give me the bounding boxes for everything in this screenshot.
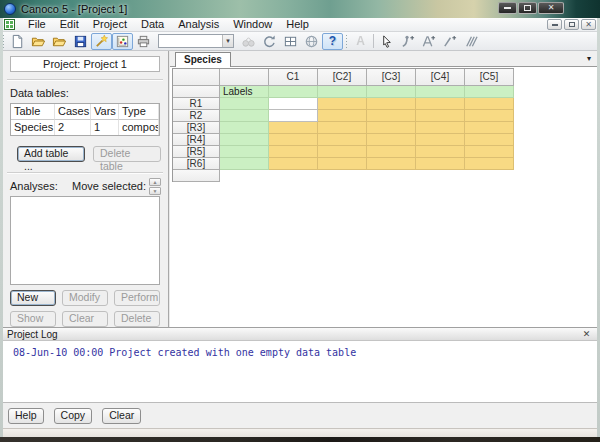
grid-labels-cell[interactable]: Labels <box>220 86 269 98</box>
new-analysis-wizard-icon[interactable] <box>91 33 112 50</box>
data-tables-header-table[interactable]: Table <box>11 104 55 120</box>
find-icon[interactable] <box>238 33 259 50</box>
tab-species[interactable]: Species <box>175 52 231 67</box>
grid-cell[interactable] <box>318 110 367 122</box>
grid-cell[interactable] <box>465 146 514 158</box>
data-tables-cell-table[interactable]: Species <box>11 120 55 135</box>
spinner-down-icon[interactable]: ▼ <box>149 187 161 195</box>
grid-cell[interactable] <box>318 98 367 110</box>
grid-cell[interactable] <box>269 158 318 170</box>
select-arrow-icon[interactable] <box>376 33 397 50</box>
grid-row-header-r4[interactable]: [R4] <box>173 134 220 146</box>
add-symbol-icon[interactable] <box>397 33 418 50</box>
grid-cell[interactable] <box>269 122 318 134</box>
window-layout-icon[interactable] <box>280 33 301 50</box>
grid-label-cell[interactable] <box>220 110 269 122</box>
data-tables-cell-vars[interactable]: 1 <box>91 120 119 135</box>
project-table-icon[interactable] <box>4 19 15 30</box>
grid-row-header-r3[interactable]: [R3] <box>173 122 220 134</box>
grid-cell[interactable] <box>318 146 367 158</box>
grid-cell[interactable] <box>367 122 416 134</box>
mdi-close-icon[interactable]: ✕ <box>581 19 596 30</box>
grid-corner-cell[interactable] <box>173 69 220 86</box>
combobox-dropdown-icon[interactable]: ▾ <box>222 35 233 47</box>
grid-cell[interactable] <box>416 122 465 134</box>
add-hatching-icon[interactable] <box>460 33 481 50</box>
print-icon[interactable] <box>133 33 154 50</box>
data-tables-header-vars[interactable]: Vars <box>91 104 119 120</box>
grid-cell[interactable] <box>416 158 465 170</box>
minimize-icon[interactable] <box>498 2 517 14</box>
tab-list-dropdown-icon[interactable]: ▾ <box>587 54 591 64</box>
close-icon[interactable]: ✕ <box>538 2 564 14</box>
log-close-icon[interactable]: ✕ <box>580 329 593 340</box>
new-button[interactable]: New ... <box>10 290 56 306</box>
grid-label-cell[interactable] <box>220 122 269 134</box>
data-tables-cell-type[interactable]: compos. <box>119 120 159 135</box>
perform-button[interactable]: Perform <box>114 290 160 306</box>
analyses-list[interactable] <box>10 196 160 285</box>
grid-cell[interactable] <box>318 134 367 146</box>
grid-cell[interactable] <box>367 146 416 158</box>
grid-cell[interactable] <box>269 98 318 110</box>
refresh-icon[interactable] <box>259 33 280 50</box>
open-project-icon[interactable] <box>28 33 49 50</box>
globe-icon[interactable] <box>301 33 322 50</box>
toolbar-grip[interactable] <box>345 34 348 48</box>
new-project-icon[interactable] <box>7 33 28 50</box>
grid-row-header-stub[interactable] <box>173 170 220 182</box>
grid-cell[interactable] <box>465 134 514 146</box>
mdi-minimize-icon[interactable] <box>547 19 562 30</box>
grid-cell[interactable] <box>367 86 416 98</box>
show-button[interactable]: Show <box>10 311 56 327</box>
grid-column-header-c5[interactable]: [C5] <box>465 69 514 86</box>
graph-options-icon[interactable] <box>112 33 133 50</box>
grid-cell[interactable] <box>465 158 514 170</box>
grid-cell[interactable] <box>416 110 465 122</box>
menu-item-project[interactable]: Project <box>86 18 134 31</box>
grid-column-header-c3[interactable]: [C3] <box>367 69 416 86</box>
grid-column-header-c2[interactable]: [C2] <box>318 69 367 86</box>
clear-button[interactable]: Clear <box>62 311 108 327</box>
delete-table-button[interactable]: Delete table <box>93 146 161 162</box>
grid-cell[interactable] <box>416 146 465 158</box>
grid-label-cell[interactable] <box>220 134 269 146</box>
grid-row-header-r2[interactable]: R2 <box>173 110 220 122</box>
add-text-icon[interactable] <box>418 33 439 50</box>
modify-button[interactable]: Modify ... <box>62 290 108 306</box>
data-tables-header-cases[interactable]: Cases <box>55 104 91 120</box>
menu-item-file[interactable]: File <box>21 18 53 31</box>
grid-column-header-c1[interactable]: C1 <box>269 69 318 86</box>
delete-button[interactable]: Delete <box>114 311 160 327</box>
mdi-restore-icon[interactable] <box>564 19 579 30</box>
menu-item-help[interactable]: Help <box>279 18 316 31</box>
grid-cell[interactable] <box>367 110 416 122</box>
help-icon[interactable]: ? <box>322 33 343 50</box>
grid-row-header[interactable] <box>173 86 220 98</box>
grid-cell[interactable] <box>465 122 514 134</box>
help-button[interactable]: Help <box>8 408 44 424</box>
grid-cell[interactable] <box>465 110 514 122</box>
text-style-icon[interactable]: A <box>350 33 371 50</box>
menu-item-window[interactable]: Window <box>226 18 279 31</box>
grid-cell[interactable] <box>269 86 318 98</box>
add-table-button[interactable]: Add table ... <box>17 146 85 162</box>
grid-cell[interactable] <box>367 98 416 110</box>
grid-cell[interactable] <box>367 134 416 146</box>
grid-label-cell[interactable] <box>220 146 269 158</box>
grid-row-header-r1[interactable]: R1 <box>173 98 220 110</box>
grid-cell[interactable] <box>318 158 367 170</box>
grid-cell[interactable] <box>416 134 465 146</box>
grid-cell[interactable] <box>416 98 465 110</box>
clear-button[interactable]: Clear <box>102 408 141 424</box>
menu-item-analysis[interactable]: Analysis <box>171 18 226 31</box>
grid-cell[interactable] <box>416 86 465 98</box>
data-tables-header-type[interactable]: Type <box>119 104 159 120</box>
grid-cell[interactable] <box>269 134 318 146</box>
maximize-icon[interactable] <box>518 2 537 14</box>
grid-cell[interactable] <box>465 86 514 98</box>
grid-row-header-r5[interactable]: [R5] <box>173 146 220 158</box>
grid-label-cell[interactable] <box>220 98 269 110</box>
analysis-combobox[interactable]: ▾ <box>158 34 234 48</box>
menu-item-edit[interactable]: Edit <box>53 18 86 31</box>
